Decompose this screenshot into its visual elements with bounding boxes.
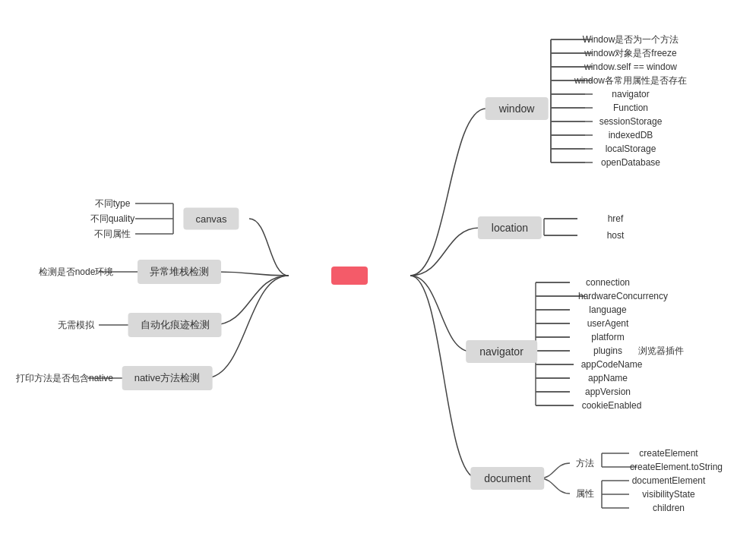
center-label xyxy=(331,267,368,285)
leaf-window各常用属性是否存在: window各常用属性是否存在 xyxy=(574,74,687,87)
leaf-浏览器插件: 浏览器插件 xyxy=(638,345,684,358)
node-自动化痕迹检测: 自动化痕迹检测 xyxy=(128,313,222,337)
leaf-navigator: navigator xyxy=(612,89,649,99)
leaf-window对象是否freeze: window对象是否freeze xyxy=(584,47,676,60)
leaf-indexedDB: indexedDB xyxy=(609,130,653,140)
leaf-sessionStorage: sessionStorage xyxy=(599,116,663,127)
leaf-openDatabase: openDatabase xyxy=(601,157,660,168)
leaf-hardwareConcurrency: hardwareConcurrency xyxy=(578,291,668,301)
leaf-appCodeName: appCodeName xyxy=(581,359,643,370)
leaf-方法: 方法 xyxy=(576,457,594,470)
leaf-localStorage: localStorage xyxy=(606,144,656,154)
node-native方法检测: native方法检测 xyxy=(122,366,213,390)
leaf-href: href xyxy=(608,213,624,224)
node-navigator: navigator xyxy=(466,340,537,363)
leaf-language: language xyxy=(589,304,626,315)
leaf-appVersion: appVersion xyxy=(585,386,631,397)
leaf-documentElement: documentElement xyxy=(632,475,706,486)
leaf-Function: Function xyxy=(613,103,648,113)
leaf-platform: platform xyxy=(591,332,624,342)
leaf-不同quality: 不同quality xyxy=(90,213,135,226)
node-异常堆栈检测: 异常堆栈检测 xyxy=(138,260,221,284)
leaf-connection: connection xyxy=(586,277,630,288)
leaf-打印方法是否包含native: 打印方法是否包含native xyxy=(16,372,113,385)
leaf-Window是否为一个方法: Window是否为一个方法 xyxy=(583,33,679,46)
leaf-createElement: createElement xyxy=(639,448,697,459)
leaf-window.self-==-window: window.self == window xyxy=(584,62,677,72)
leaf-createElement.toString: createElement.toString xyxy=(630,462,723,472)
leaf-appName: appName xyxy=(588,373,628,383)
leaf-无需模拟: 无需模拟 xyxy=(58,319,94,332)
leaf-host: host xyxy=(607,230,625,241)
leaf-visibilityState: visibilityState xyxy=(642,489,694,500)
leaf-不同属性: 不同属性 xyxy=(94,228,131,241)
node-document: document xyxy=(470,467,544,490)
node-location: location xyxy=(478,216,542,239)
node-canvas: canvas xyxy=(183,208,239,230)
leaf-不同type: 不同type xyxy=(95,197,131,210)
leaf-userAgent: userAgent xyxy=(587,318,629,329)
node-window: window xyxy=(486,97,549,120)
leaf-children: children xyxy=(653,503,685,513)
leaf-cookieEnabled: cookieEnabled xyxy=(582,400,642,411)
leaf-检测是否node环境: 检测是否node环境 xyxy=(39,266,114,279)
leaf-plugins: plugins xyxy=(593,345,622,356)
leaf-属性: 属性 xyxy=(576,487,594,500)
center-node xyxy=(331,267,368,285)
